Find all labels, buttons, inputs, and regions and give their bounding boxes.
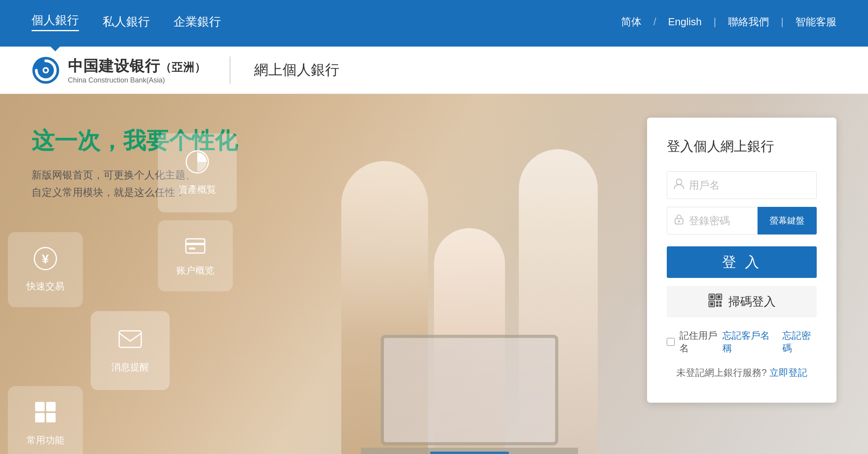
register-link[interactable]: 立即登記	[769, 367, 807, 378]
nav-private-banking[interactable]: 私人銀行	[103, 14, 150, 30]
svg-rect-21	[717, 295, 720, 298]
feature-asset-overview[interactable]: 資產概覧	[158, 133, 237, 212]
asset-label: 資產概覧	[178, 183, 216, 196]
scan-label: 掃碼登入	[728, 294, 776, 310]
svg-rect-25	[716, 304, 718, 307]
login-panel: 登入個人網上銀行 螢幕鍵盤 登 入	[647, 118, 836, 403]
laptop-progressbar	[430, 452, 509, 454]
nav-corporate-banking[interactable]: 企業銀行	[174, 14, 221, 30]
svg-rect-4	[186, 239, 205, 253]
logo-bar: 中国建设银行（亞洲） China Construction Bank(Asia)…	[0, 47, 868, 94]
svg-rect-5	[186, 243, 205, 245]
bank-name-block: 中国建设银行（亞洲） China Construction Bank(Asia)	[68, 56, 206, 84]
laptop-display	[384, 338, 555, 442]
login-title: 登入個人網上銀行	[667, 137, 817, 156]
password-icon	[674, 214, 684, 228]
nav-indicator-arrow	[47, 43, 63, 51]
svg-rect-24	[719, 301, 722, 304]
svg-rect-26	[719, 304, 722, 307]
nav-english[interactable]: English	[668, 16, 702, 28]
bank-name-en: China Construction Bank(Asia)	[68, 76, 206, 84]
logo-divider	[230, 56, 230, 84]
register-line: 未登記網上銀行服務? 立即登記	[667, 366, 817, 379]
svg-rect-20	[710, 295, 713, 298]
hero-section: 这一次，我要个性化 新版网银首页，可更换个人化主题、 自定义常用模块，就是这么任…	[0, 94, 868, 454]
nav-indicator	[0, 43, 868, 47]
account-label: 账户概览	[176, 264, 214, 277]
logo-tagline: 網上個人銀行	[254, 60, 339, 80]
svg-rect-13	[46, 413, 56, 422]
svg-point-2	[44, 69, 47, 72]
nav-right: 简体 / English | 聯絡我們 | 智能客服	[621, 15, 836, 29]
feature-account-overview[interactable]: 账户概览	[158, 220, 233, 291]
user-icon	[674, 178, 684, 192]
svg-rect-23	[716, 301, 718, 304]
remember-me-label[interactable]: 記住用戶名	[667, 329, 722, 355]
nav-divider-1: /	[653, 16, 656, 28]
quick-trade-icon: ¥	[34, 247, 57, 274]
nav-divider-3: |	[781, 16, 784, 28]
feature-common[interactable]: 常用功能	[8, 386, 83, 454]
forgot-username-link[interactable]: 忘記客戶名稱	[722, 329, 774, 355]
top-navigation: 個人銀行 私人銀行 企業銀行 简体 / English | 聯絡我們 | 智能客…	[0, 0, 868, 43]
hero-family-illustration	[322, 122, 617, 454]
nav-divider-2: |	[713, 16, 716, 28]
nav-personal-banking[interactable]: 個人銀行	[32, 12, 79, 31]
common-label: 常用功能	[26, 434, 64, 446]
svg-rect-12	[35, 413, 45, 422]
svg-rect-11	[46, 402, 56, 411]
login-links: 忘記客戶名稱 忘記密碼	[722, 329, 817, 355]
remember-me-text: 記住用戶名	[679, 329, 722, 355]
keyboard-button[interactable]: 螢幕鍵盤	[758, 207, 817, 235]
username-field-wrap	[667, 171, 817, 199]
svg-rect-22	[710, 302, 713, 306]
login-options-row: 記住用戶名 忘記客戶名稱 忘記密碼	[667, 329, 817, 355]
message-label: 消息提醒	[111, 361, 149, 373]
remember-me-checkbox[interactable]	[667, 338, 675, 346]
asset-icon	[185, 150, 209, 178]
nav-left: 個人銀行 私人銀行 企業銀行	[32, 12, 221, 31]
nav-simplified-chinese[interactable]: 简体	[621, 15, 642, 29]
common-icon	[34, 401, 56, 428]
password-field-wrap: 螢幕鍵盤	[667, 207, 817, 235]
svg-text:¥: ¥	[42, 252, 49, 266]
feature-message[interactable]: 消息提醒	[91, 311, 170, 390]
svg-point-16	[678, 220, 680, 222]
svg-point-14	[676, 179, 682, 185]
quick-trade-label: 快速交易	[26, 280, 64, 293]
username-input[interactable]	[667, 171, 817, 199]
bank-name-cn: 中国建设银行（亞洲）	[68, 56, 206, 76]
login-button[interactable]: 登 入	[667, 246, 817, 278]
nav-contact[interactable]: 聯絡我們	[728, 15, 769, 29]
qr-icon	[708, 293, 722, 310]
nav-smart-service[interactable]: 智能客服	[795, 15, 836, 29]
logo-area: 中国建设银行（亞洲） China Construction Bank(Asia)…	[32, 56, 339, 84]
laptop-screen	[381, 335, 558, 445]
register-prompt: 未登記網上銀行服務?	[676, 367, 767, 378]
svg-rect-6	[189, 248, 195, 250]
svg-rect-9	[119, 331, 141, 347]
ccb-logo-icon	[32, 56, 60, 84]
account-icon	[185, 235, 206, 259]
forgot-password-link[interactable]: 忘記密碼	[782, 329, 817, 355]
feature-quick-trade[interactable]: ¥ 快速交易	[8, 232, 83, 307]
message-icon	[118, 328, 142, 355]
svg-rect-10	[35, 402, 45, 411]
scan-login-button[interactable]: 掃碼登入	[667, 286, 817, 317]
